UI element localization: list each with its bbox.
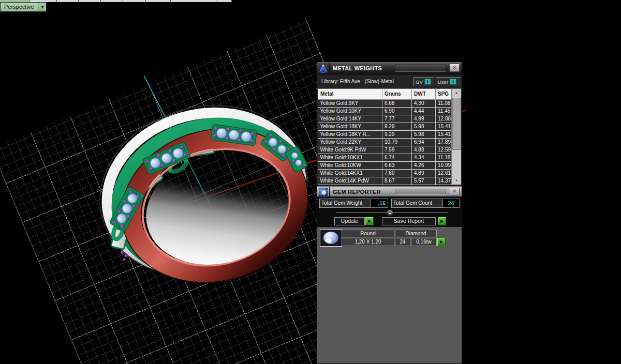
metal-cell-dwt: 4.99 bbox=[412, 115, 436, 123]
metal-cell-spg: 14.37 bbox=[436, 177, 452, 185]
gem-weight-value: 0,16tw bbox=[411, 238, 437, 246]
metal-table-scrollbar[interactable]: ▲ ▼ bbox=[451, 89, 461, 185]
metal-cell-metal: Yellow Gold:18KY bbox=[318, 123, 382, 130]
metal-table-row[interactable]: Yellow Gold:10KY6.904.4411.45 bbox=[318, 107, 452, 115]
report-slider-handle[interactable]: ▲ bbox=[387, 209, 393, 216]
metal-table-row[interactable]: Yellow Gold:18KY9.295.9815.41 bbox=[318, 123, 452, 130]
metal-cell-dwt: 4.44 bbox=[412, 107, 436, 115]
close-icon[interactable]: ✕ bbox=[450, 188, 460, 195]
metal-cell-spg: 11.45 bbox=[436, 107, 452, 115]
gv-toggle-indicator[interactable]: I bbox=[424, 79, 431, 85]
panel-title: GEM REPORTER bbox=[330, 189, 381, 195]
total-gem-count-value: 24 bbox=[442, 199, 460, 208]
toolbar-segment bbox=[216, 0, 232, 2]
column-header-grams[interactable]: Grams bbox=[382, 89, 412, 99]
gem-row-go-icon[interactable]: ▶ bbox=[437, 238, 446, 246]
gv-toggle-button[interactable]: GV I bbox=[413, 77, 434, 86]
metal-cell-grams: 8.67 bbox=[382, 177, 412, 185]
scale-icon bbox=[317, 63, 330, 74]
gem-thumbnail[interactable] bbox=[320, 229, 342, 247]
toolbar-segment bbox=[146, 0, 171, 2]
metal-cell-dwt: 4.89 bbox=[412, 169, 436, 177]
toolbar-segment bbox=[57, 0, 79, 2]
metal-cell-spg: 11.08 bbox=[436, 99, 452, 107]
close-icon[interactable]: ✕ bbox=[450, 64, 460, 72]
metal-cell-dwt: 5.57 bbox=[412, 177, 436, 185]
metal-table-row[interactable]: White Gold:10KX16.744.3411.18 bbox=[318, 154, 452, 161]
metal-table-header[interactable]: Metal Grams DWT SPG bbox=[318, 89, 452, 99]
update-button[interactable]: Update bbox=[334, 217, 365, 225]
metal-table-row[interactable]: White Gold:14K PdW8.675.5714.37 bbox=[318, 177, 452, 185]
column-header-metal[interactable]: Metal bbox=[318, 89, 382, 99]
metal-cell-dwt: 4.88 bbox=[412, 146, 436, 154]
gem-shape-header: Round bbox=[342, 230, 394, 237]
metal-cell-metal: Yellow Gold:18KY R... bbox=[318, 130, 382, 138]
viewport-tab-perspective[interactable]: Perspective ▼ bbox=[0, 2, 47, 12]
metal-cell-grams: 6.74 bbox=[382, 154, 412, 161]
column-header-spg[interactable]: SPG bbox=[436, 89, 452, 99]
column-header-dwt[interactable]: DWT bbox=[412, 89, 436, 99]
metal-cell-metal: White Gold:10KX1 bbox=[318, 154, 382, 161]
metal-cell-grams: 7.77 bbox=[382, 115, 412, 123]
metal-cell-grams: 10.79 bbox=[382, 138, 412, 146]
metal-table-body: Yellow Gold:9KY6.684.3011.08Yellow Gold:… bbox=[318, 99, 452, 185]
toolbar-segment bbox=[101, 0, 123, 2]
metal-cell-spg: 17.89 bbox=[436, 138, 452, 146]
metal-cell-metal: White Gold:14K PdW bbox=[318, 177, 382, 185]
gv-label: GV bbox=[416, 75, 423, 89]
scroll-down-icon[interactable]: ▼ bbox=[452, 177, 461, 185]
total-gem-weight-value: ,16 bbox=[370, 199, 388, 208]
toolbar-segment bbox=[123, 0, 146, 2]
metal-cell-metal: Yellow Gold:10KY bbox=[318, 107, 382, 115]
viewport-tab-label[interactable]: Perspective bbox=[0, 2, 38, 12]
gem-reporter-titlebar[interactable]: GEM REPORTER ✕ bbox=[317, 187, 462, 197]
scroll-up-icon[interactable]: ▲ bbox=[452, 89, 461, 97]
gem-reporter-controls: Total Gem Weight ,16 Total Gem Count 24 … bbox=[317, 197, 462, 227]
metal-cell-metal: White Gold:14KX1 bbox=[318, 169, 382, 177]
metal-weights-panel: METAL WEIGHTS ✕ Library: Fifth Ave - (Sl… bbox=[317, 62, 462, 186]
metal-cell-grams: 9.29 bbox=[382, 123, 412, 130]
metal-cell-spg: 12.59 bbox=[436, 146, 452, 154]
metal-table-row[interactable]: White Gold:14KX17.604.8912.61 bbox=[318, 169, 452, 177]
metal-cell-spg: 11.18 bbox=[436, 154, 452, 161]
scrollbar-thumb[interactable] bbox=[452, 97, 461, 150]
metal-cell-spg: 10.99 bbox=[436, 161, 452, 169]
user-label: User bbox=[438, 75, 448, 89]
titlebar-groove bbox=[395, 189, 446, 194]
metal-cell-spg: 12.88 bbox=[436, 115, 452, 123]
user-toggle-button[interactable]: User I bbox=[436, 77, 461, 86]
gem-reporter-icon bbox=[317, 187, 330, 196]
metal-cell-grams: 6.90 bbox=[382, 107, 412, 115]
save-report-go-icon[interactable]: ▶ bbox=[438, 217, 446, 225]
save-report-button[interactable]: Save Report bbox=[382, 217, 436, 225]
metal-cell-dwt: 4.34 bbox=[412, 154, 436, 161]
library-bar: Library: Fifth Ave - (Slow)-Metal GV I U… bbox=[317, 74, 462, 89]
metal-cell-dwt: 5.98 bbox=[412, 123, 436, 130]
metal-table-row[interactable]: Yellow Gold:14KY7.774.9912.88 bbox=[318, 115, 452, 123]
metal-weights-titlebar[interactable]: METAL WEIGHTS ✕ bbox=[317, 63, 462, 74]
update-go-icon[interactable]: ▶ bbox=[365, 217, 374, 225]
gem-reporter-panel: GEM REPORTER ✕ Total Gem Weight ,16 Tota… bbox=[317, 186, 462, 364]
metal-table-row[interactable]: White Gold:9K PdW7.594.8812.59 bbox=[318, 146, 452, 154]
user-toggle-indicator[interactable]: I bbox=[450, 79, 456, 85]
metal-cell-dwt: 4.30 bbox=[412, 99, 436, 107]
library-label: Library: Fifth Ave - (Slow)-Metal bbox=[321, 79, 394, 84]
metal-cell-metal: White Gold:9K PdW bbox=[318, 146, 382, 154]
metal-cell-grams: 9.29 bbox=[382, 130, 412, 138]
metal-table-row[interactable]: Yellow Gold:18KY R...9.295.9815.41 bbox=[318, 130, 452, 138]
metal-table-row[interactable]: White Gold:10KW6.634.2610.99 bbox=[318, 161, 452, 169]
metal-cell-spg: 12.61 bbox=[436, 169, 452, 177]
chevron-down-icon: ▼ bbox=[40, 5, 45, 9]
toolbar-segment bbox=[79, 0, 101, 2]
metal-table-row[interactable]: Yellow Gold:22KY10.796.9417.89 bbox=[318, 138, 452, 146]
metal-table-row[interactable]: Yellow Gold:9KY6.684.3011.08 bbox=[318, 99, 452, 107]
viewport-tab-dropdown[interactable]: ▼ bbox=[38, 2, 47, 12]
metal-cell-metal: White Gold:10KW bbox=[318, 161, 382, 169]
metal-cell-spg: 15.41 bbox=[436, 130, 452, 138]
metal-cell-dwt: 6.94 bbox=[412, 138, 436, 146]
metal-cell-grams: 6.68 bbox=[382, 99, 412, 107]
gem-count-value: 24 bbox=[395, 238, 410, 246]
toolbar-segment bbox=[171, 0, 216, 2]
metal-cell-metal: Yellow Gold:14KY bbox=[318, 115, 382, 123]
gem-image bbox=[323, 232, 338, 244]
